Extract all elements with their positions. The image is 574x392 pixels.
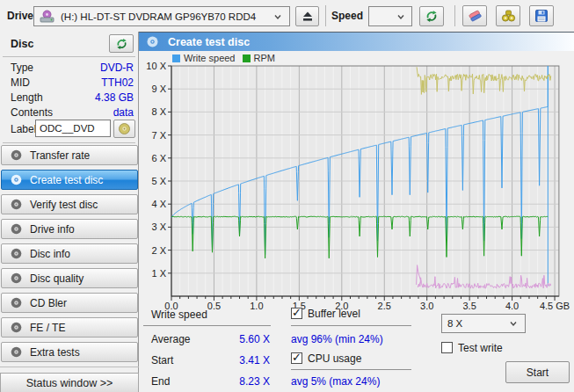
svg-text:7 X: 7 X — [151, 130, 166, 141]
eject-icon — [302, 11, 314, 22]
cpu-usage-label: CPU usage — [308, 352, 361, 365]
sidebar-item-disc-quality[interactable]: Disc quality — [1, 268, 138, 288]
refresh-disc-button[interactable] — [109, 34, 134, 53]
sidebar: Disc Type DVD-R MID TTH02 Length 4.38 GB… — [0, 32, 139, 392]
svg-text:2.5: 2.5 — [378, 301, 391, 311]
disc-icon — [10, 321, 23, 334]
sidebar-item-label: Create test disc — [30, 174, 103, 186]
disc-label-label: Label — [11, 123, 36, 135]
disc-length-label: Length — [11, 91, 43, 104]
cpu-usage-row: ✓CPU usage — [291, 352, 361, 365]
write-speed-section-title: Write speed — [151, 309, 207, 321]
start-value: 3.41 X — [204, 354, 270, 367]
disc-icon — [10, 296, 23, 309]
start-button[interactable]: Start — [505, 361, 570, 383]
sidebar-item-cd-bler[interactable]: CD Bler — [1, 293, 138, 313]
disc-mid-label: MID — [11, 76, 30, 89]
disc-length-value: 4.38 GB — [54, 91, 134, 104]
sidebar-item-disc-info[interactable]: Disc info — [1, 243, 138, 264]
speed-select[interactable] — [368, 6, 412, 26]
svg-text:8 X: 8 X — [151, 106, 166, 117]
buffer-level-row: ✓Buffer level — [291, 308, 360, 320]
svg-text:4 X: 4 X — [151, 199, 166, 209]
disc-type-value: DVD-R — [54, 62, 134, 74]
burn-speed-select[interactable]: 8 X — [441, 314, 526, 333]
refresh-icon — [115, 38, 128, 50]
chevron-down-icon — [272, 11, 284, 23]
sidebar-item-fe-te[interactable]: FE / TE — [1, 317, 138, 338]
disc-label-input[interactable] — [35, 120, 111, 137]
end-label: End — [151, 375, 170, 388]
erase-disc-button[interactable] — [462, 5, 487, 26]
divider — [143, 325, 271, 326]
floppy-save-icon — [534, 9, 549, 23]
write-speed-chart: 1 X2 X3 X4 X5 X6 X7 X8 X9 X10 X0.00.51.0… — [141, 51, 574, 311]
page-title: Create test disc — [168, 36, 250, 48]
buffer-level-checkbox[interactable]: ✓ — [291, 308, 302, 319]
sidebar-item-label: Disc quality — [30, 272, 84, 285]
toolbar: Drive (H:) HL-DT-ST DVDRAM GP96YB70 RDD4… — [0, 0, 574, 32]
check-icon: ✓ — [292, 351, 302, 364]
svg-text:3 X: 3 X — [151, 221, 166, 232]
sidebar-item-extra-tests[interactable]: Extra tests — [1, 342, 138, 362]
check-icon: ✓ — [292, 306, 302, 319]
svg-text:10 X: 10 X — [146, 61, 166, 71]
disc-icon — [10, 247, 23, 260]
divider — [3, 56, 135, 57]
test-write-checkbox[interactable] — [441, 342, 453, 353]
save-button[interactable] — [529, 5, 554, 26]
refresh-icon — [425, 10, 439, 23]
eject-button[interactable] — [295, 6, 319, 26]
refresh-speeds-button[interactable] — [419, 6, 444, 26]
disc-mid-value: TTH02 — [54, 76, 134, 89]
divider — [291, 325, 411, 326]
sidebar-item-label: Drive info — [30, 223, 75, 236]
svg-text:4.0: 4.0 — [505, 301, 519, 311]
sidebar-item-label: Verify test disc — [30, 199, 98, 211]
page-header: Create test disc — [139, 32, 574, 51]
toolbar-separator — [454, 5, 455, 26]
disc-icon — [10, 149, 23, 162]
binoculars-icon — [501, 9, 516, 23]
average-value: 5.60 X — [204, 333, 270, 345]
chevron-down-icon — [395, 11, 407, 23]
sidebar-item-label: FE / TE — [30, 322, 65, 334]
disc-contents-value: data — [54, 106, 134, 119]
sidebar-item-label: Transfer rate — [30, 149, 90, 162]
sidebar-item-drive-info[interactable]: Drive info — [1, 219, 138, 239]
buffer-level-label: Buffer level — [308, 308, 360, 320]
disc-icon — [118, 122, 131, 135]
drive-select[interactable]: (H:) HL-DT-ST DVDRAM GP96YB70 RDD4 — [33, 6, 290, 26]
average-label: Average — [151, 333, 190, 345]
disc-panel-title: Disc — [11, 38, 33, 50]
speed-label: Speed — [331, 10, 363, 22]
test-write-label: Test write — [458, 342, 503, 354]
svg-text:2 X: 2 X — [151, 245, 166, 256]
end-value: 8.23 X — [204, 375, 270, 388]
svg-text:3.0: 3.0 — [420, 301, 433, 311]
svg-text:3.5: 3.5 — [463, 301, 476, 311]
divider — [291, 369, 411, 370]
sidebar-item-create-test-disc[interactable]: Create test disc — [1, 170, 138, 190]
svg-text:4.5 GB: 4.5 GB — [540, 301, 570, 311]
drive-label: Drive — [7, 10, 33, 22]
start-button-label: Start — [527, 367, 549, 379]
disc-icon — [10, 345, 23, 359]
svg-text:5 X: 5 X — [151, 176, 166, 186]
status-window-button[interactable]: Status window >> — [0, 373, 139, 392]
sidebar-item-verify-test-disc[interactable]: Verify test disc — [1, 194, 138, 214]
cpu-usage-checkbox[interactable]: ✓ — [291, 352, 302, 364]
svg-text:1 X: 1 X — [151, 268, 166, 279]
divider — [0, 367, 139, 367]
sidebar-item-label: CD Bler — [30, 297, 67, 309]
sidebar-item-label: Extra tests — [30, 346, 80, 359]
sidebar-item-transfer-rate[interactable]: Transfer rate — [1, 145, 138, 165]
view-button[interactable] — [496, 5, 520, 26]
write-label-button[interactable] — [113, 120, 135, 138]
disc-icon — [10, 272, 23, 285]
svg-text:1.0: 1.0 — [250, 301, 263, 311]
chevron-down-icon — [507, 317, 520, 330]
toolbar-separator — [325, 5, 326, 26]
disc-contents-label: Contents — [11, 106, 53, 119]
cpu-stats: avg 5% (max 24%) — [291, 375, 380, 388]
